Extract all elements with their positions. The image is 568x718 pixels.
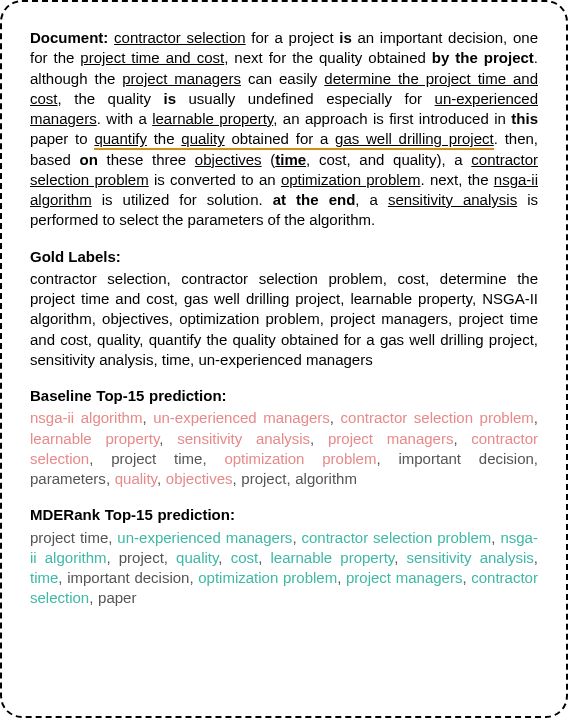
kp: optimization problem (281, 171, 421, 188)
t: is (339, 29, 352, 46)
separator: , (258, 549, 270, 566)
separator: , (159, 430, 177, 447)
document-block: Document: contractor selection for a pro… (30, 28, 538, 231)
prediction-item: paper (98, 589, 136, 606)
t: , an approach is first introduced in (273, 110, 511, 127)
separator: , (534, 450, 538, 467)
kp: gas well drilling project (335, 130, 494, 150)
t: can easily (241, 70, 324, 87)
separator: , (58, 569, 67, 586)
prediction-item: un-experienced managers (117, 529, 292, 546)
gold-labels-text: contractor selection, contractor selecti… (30, 270, 538, 368)
prediction-item: project time (111, 450, 202, 467)
document-label: Document: (30, 29, 108, 46)
t: paper to (30, 130, 94, 147)
kp: determine the project time and (324, 70, 538, 87)
t: , the quality (58, 90, 164, 107)
kp: time (275, 151, 306, 168)
separator: , (534, 409, 538, 426)
separator: , (108, 529, 117, 546)
t: obtained for a (225, 130, 335, 150)
prediction-item: project (119, 549, 164, 566)
t: , cost, and quality), a (306, 151, 471, 168)
figure-card: { "document": { "label": "Document:" }, … (0, 0, 568, 718)
prediction-item: contractor selection problem (301, 529, 491, 546)
separator: , (286, 470, 295, 487)
prediction-item: learnable property (30, 430, 159, 447)
t: this (511, 110, 538, 127)
separator: , (330, 409, 341, 426)
t: is converted to an (149, 171, 281, 188)
t: for a project (246, 29, 340, 46)
t: is utilized for solution. (92, 191, 273, 208)
gold-labels-block: Gold Labels: contractor selection, contr… (30, 247, 538, 371)
t: , next for the quality obtained (224, 49, 432, 66)
t: usually undefined especially for (176, 90, 435, 107)
separator: , (376, 450, 398, 467)
separator: , (337, 569, 346, 586)
prediction-item: project (241, 470, 286, 487)
separator: , (89, 589, 98, 606)
kp: project time and cost (80, 49, 224, 66)
separator: , (394, 549, 406, 566)
separator: , (218, 549, 230, 566)
prediction-item: quality (115, 470, 157, 487)
separator: , (164, 549, 176, 566)
separator: , (106, 549, 118, 566)
prediction-item: time (30, 569, 58, 586)
kp: cost (30, 90, 58, 107)
separator: , (453, 430, 471, 447)
kp: objectives (195, 151, 262, 168)
separator: , (310, 430, 328, 447)
prediction-item: optimization problem (224, 450, 376, 467)
kp: quantify (94, 130, 147, 150)
kp: project managers (122, 70, 241, 87)
prediction-item: contractor selection problem (341, 409, 534, 426)
kp: quality (181, 130, 224, 150)
separator: , (142, 409, 153, 426)
separator: , (157, 470, 166, 487)
t: , a (355, 191, 388, 208)
t: these three (98, 151, 195, 168)
separator: , (106, 470, 115, 487)
prediction-item: sensitivity analysis (177, 430, 310, 447)
prediction-item: important decision (398, 450, 533, 467)
prediction-item: nsga-ii algorithm (30, 409, 142, 426)
t: . next, the (420, 171, 493, 188)
kp: contractor selection (114, 29, 246, 46)
prediction-item: parameters (30, 470, 106, 487)
separator: , (534, 549, 538, 566)
t: is (163, 90, 176, 107)
t: by the project (432, 49, 534, 66)
t: at the end (273, 191, 356, 208)
mderank-heading: MDERank Top-15 prediction: (30, 505, 538, 525)
document-text: contractor selection for a project is an… (30, 29, 538, 228)
baseline-list: nsga-ii algorithm, un-experienced manage… (30, 409, 538, 487)
t: ( (262, 151, 276, 168)
prediction-item: project managers (328, 430, 453, 447)
prediction-item: project time (30, 529, 108, 546)
gold-labels-heading: Gold Labels: (30, 247, 538, 267)
prediction-item: sensitivity analysis (407, 549, 534, 566)
prediction-item: un-experienced managers (153, 409, 330, 426)
t: on (80, 151, 98, 168)
prediction-item: project managers (346, 569, 462, 586)
prediction-item: cost (231, 549, 259, 566)
kp: sensitivity analysis (388, 191, 517, 208)
baseline-heading: Baseline Top-15 prediction: (30, 386, 538, 406)
prediction-item: optimization problem (198, 569, 337, 586)
mderank-block: MDERank Top-15 prediction: project time,… (30, 505, 538, 608)
mderank-list: project time, un-experienced managers, c… (30, 529, 538, 607)
prediction-item: quality (176, 549, 218, 566)
prediction-item: algorithm (295, 470, 357, 487)
prediction-item: important decision (67, 569, 189, 586)
prediction-item: learnable property (270, 549, 394, 566)
baseline-block: Baseline Top-15 prediction: nsga-ii algo… (30, 386, 538, 489)
t: . with a (97, 110, 152, 127)
t: the (147, 130, 181, 150)
separator: , (202, 450, 224, 467)
separator: , (189, 569, 198, 586)
prediction-item: objectives (166, 470, 233, 487)
kp: learnable property (152, 110, 273, 127)
separator: , (89, 450, 111, 467)
